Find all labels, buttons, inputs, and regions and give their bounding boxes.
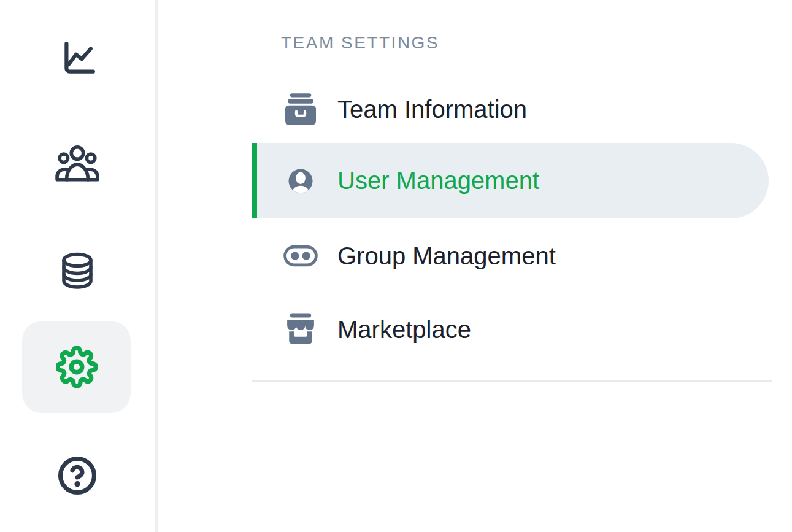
menu-item-team-information[interactable]: Team Information [252, 72, 769, 146]
app-window: TEAM SETTINGS Team Information [0, 0, 792, 532]
user-circle-icon [283, 164, 318, 198]
menu-divider [252, 380, 772, 382]
line-chart-icon [60, 41, 95, 77]
database-icon [60, 252, 95, 293]
menu-item-label: Group Management [337, 242, 556, 270]
sidebar-item-help[interactable] [0, 455, 155, 496]
menu-item-label: Marketplace [337, 316, 471, 344]
help-circle-icon [57, 455, 98, 496]
menu-item-label: Team Information [337, 96, 527, 123]
sidebar-item-members[interactable] [0, 143, 155, 183]
sidebar-item-settings[interactable] [22, 321, 131, 413]
menu-item-user-management[interactable]: User Management [252, 143, 769, 218]
team-settings-panel: TEAM SETTINGS Team Information [158, 0, 792, 532]
archive-box-icon [283, 92, 318, 126]
sidebar-item-analytics[interactable] [0, 40, 155, 77]
users-icon [55, 144, 99, 182]
icon-sidebar [0, 0, 158, 532]
menu-item-marketplace[interactable]: Marketplace [252, 293, 769, 366]
storefront-icon [283, 312, 318, 347]
gear-icon [56, 346, 98, 388]
section-title: TEAM SETTINGS [281, 33, 439, 53]
group-toggle-icon [283, 239, 318, 273]
menu-item-group-management[interactable]: Group Management [252, 219, 769, 293]
menu-item-label: User Management [337, 167, 539, 195]
sidebar-item-data[interactable] [0, 250, 155, 295]
